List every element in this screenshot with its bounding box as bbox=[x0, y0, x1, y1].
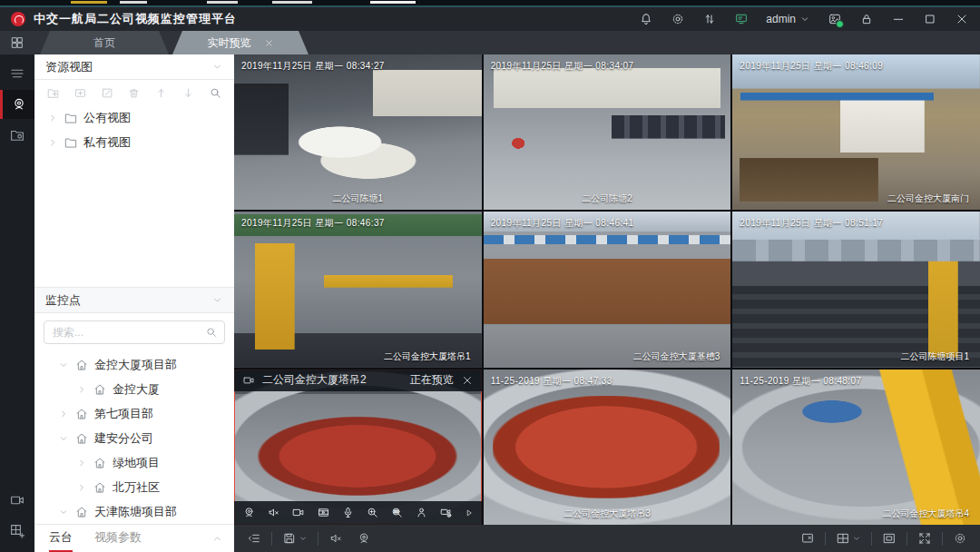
record-icon[interactable] bbox=[291, 506, 305, 519]
chevron-right-icon[interactable] bbox=[76, 384, 87, 395]
video-tile-header: 二公司金控大厦塔吊2 正在预览 bbox=[234, 370, 482, 391]
3d-zoom-icon[interactable] bbox=[390, 506, 404, 519]
home-icon bbox=[74, 358, 89, 372]
chevron-right-icon[interactable] bbox=[76, 458, 87, 468]
video-tile-5[interactable]: 2019年11月25日 星期一 08:46:41 二公司金控大厦基槽3 bbox=[484, 212, 731, 367]
chevron-down-icon bbox=[299, 534, 308, 543]
microphone-icon[interactable] bbox=[341, 506, 355, 519]
monitor-points-header[interactable]: 监控点 bbox=[34, 287, 234, 313]
user-dropdown[interactable]: admin bbox=[766, 13, 810, 25]
chevron-right-icon[interactable] bbox=[47, 137, 58, 148]
collapse-panel-icon[interactable] bbox=[247, 531, 261, 546]
rail-menu-icon[interactable] bbox=[0, 59, 34, 88]
video-tile-6[interactable]: 2019年11月25日 星期一 08:51:17 二公司陈塘项目1 bbox=[732, 212, 980, 367]
monitor-icon[interactable] bbox=[734, 12, 749, 26]
close-button[interactable] bbox=[955, 12, 969, 26]
minimize-button[interactable] bbox=[891, 12, 906, 26]
sort-arrows-icon[interactable] bbox=[702, 12, 717, 26]
tree-item[interactable]: 金控大厦 bbox=[34, 377, 234, 401]
tree-item[interactable]: 建安分公司 bbox=[34, 426, 234, 450]
tree-item[interactable]: 金控大厦项目部 bbox=[34, 352, 234, 377]
chevron-right-icon[interactable] bbox=[47, 113, 58, 123]
video-tile-2[interactable]: 2019年11月25日 星期一 08:34:07 二公司陈塘2 bbox=[484, 54, 731, 210]
chevron-down-icon[interactable] bbox=[58, 507, 69, 518]
rail-camera-icon[interactable] bbox=[0, 90, 34, 119]
bottom-toolbar bbox=[234, 525, 980, 552]
video-tile-1[interactable]: 2019年11月25日 星期一 08:34:27 二公司陈塘1 bbox=[234, 54, 482, 210]
layout-grid-button[interactable] bbox=[836, 531, 861, 546]
rail-folder-config-icon[interactable] bbox=[0, 121, 34, 150]
resource-view-header[interactable]: 资源视图 bbox=[34, 54, 234, 80]
tree-item[interactable]: 北万社区 bbox=[34, 475, 234, 499]
video-timestamp: 11-25-2019 星期一 08:48:07 bbox=[740, 375, 861, 388]
bell-icon[interactable] bbox=[639, 12, 653, 26]
settings-icon[interactable] bbox=[953, 531, 967, 546]
edit-icon[interactable] bbox=[101, 86, 114, 100]
fullscreen-icon[interactable] bbox=[917, 531, 932, 546]
tree-item-public-views[interactable]: 公有视图 bbox=[34, 105, 234, 130]
more-icon[interactable] bbox=[465, 508, 474, 518]
video-timestamp: 2019年11月25日 星期一 08:34:27 bbox=[241, 60, 385, 73]
add-view-icon[interactable] bbox=[74, 86, 87, 100]
tab-ptz[interactable]: 云台 bbox=[49, 525, 73, 552]
chevron-right-icon[interactable] bbox=[58, 409, 69, 419]
tree-item-private-views[interactable]: 私有视图 bbox=[34, 130, 234, 154]
tree-item[interactable]: 天津陈塘项目部 bbox=[34, 499, 234, 524]
tree-item[interactable]: 第七项目部 bbox=[34, 401, 234, 426]
video-tile-9[interactable]: 11-25-2019 星期一 08:48:07 二公司金控大厦塔吊4 bbox=[732, 370, 980, 525]
delete-icon[interactable] bbox=[127, 86, 141, 100]
rail-grid-add-icon[interactable] bbox=[0, 517, 34, 546]
tab-home[interactable]: 首页 bbox=[40, 31, 169, 54]
tab-live-preview[interactable]: 实时预览 bbox=[172, 31, 309, 54]
camera-icon bbox=[242, 374, 255, 387]
chevron-down-icon bbox=[799, 14, 810, 25]
home-icon bbox=[74, 431, 89, 446]
home-icon bbox=[93, 456, 107, 470]
video-timestamp: 2019年11月25日 星期一 08:46:41 bbox=[491, 217, 634, 230]
close-all-video-icon[interactable] bbox=[800, 531, 815, 546]
save-view-button[interactable] bbox=[282, 531, 308, 546]
move-down-icon[interactable] bbox=[181, 86, 195, 100]
digital-zoom-icon[interactable] bbox=[366, 506, 379, 519]
chevron-up-icon[interactable] bbox=[211, 533, 223, 545]
video-tile-toolbar bbox=[234, 501, 482, 525]
close-icon[interactable] bbox=[461, 374, 474, 387]
chevron-down-icon[interactable] bbox=[58, 360, 69, 370]
search-input[interactable] bbox=[51, 325, 205, 340]
camera-name-overlay: 二公司金控大厦塔吊1 bbox=[234, 350, 482, 363]
video-tile-7-selected[interactable]: 二公司金控大厦塔吊2 正在预览 bbox=[234, 370, 482, 525]
apps-icon[interactable] bbox=[0, 31, 34, 54]
gear-icon[interactable] bbox=[671, 12, 685, 26]
move-up-icon[interactable] bbox=[154, 86, 168, 100]
tab-video-params[interactable]: 视频参数 bbox=[94, 525, 142, 552]
camera-name-overlay: 二公司金控大厦塔吊4 bbox=[732, 508, 980, 520]
search-icon[interactable] bbox=[209, 86, 222, 100]
chevron-down-icon[interactable] bbox=[211, 61, 223, 73]
chevron-down-icon[interactable] bbox=[58, 433, 69, 444]
left-rail bbox=[0, 54, 34, 552]
instant-playback-icon[interactable] bbox=[317, 506, 330, 519]
rail-video-wall-icon[interactable] bbox=[0, 486, 34, 515]
home-icon bbox=[93, 480, 107, 495]
app-title: 中交一航局二公司视频监控管理平台 bbox=[34, 11, 237, 27]
preset-position-icon[interactable] bbox=[415, 506, 428, 519]
chevron-down-icon[interactable] bbox=[211, 294, 223, 306]
lock-icon[interactable] bbox=[859, 12, 874, 26]
mute-icon[interactable] bbox=[267, 506, 280, 519]
video-tile-8[interactable]: 11-25-2019 星期一 08:47:33 二公司金控大厦塔吊3 bbox=[484, 370, 731, 525]
video-grid: 2019年11月25日 星期一 08:34:27 二公司陈塘1 2019年11月… bbox=[234, 54, 980, 525]
maximize-button[interactable] bbox=[923, 12, 937, 26]
screenshot-avatar-icon[interactable] bbox=[828, 12, 842, 26]
single-view-icon[interactable] bbox=[882, 531, 897, 546]
chevron-right-icon[interactable] bbox=[76, 482, 87, 493]
camera-settings-icon[interactable] bbox=[439, 506, 453, 519]
tree-item[interactable]: 绿地项目 bbox=[34, 450, 234, 475]
tab-close-icon[interactable] bbox=[264, 38, 274, 48]
video-tile-3[interactable]: 2019年11月25日 星期一 08:46:09 二公司金控大厦南门 bbox=[732, 54, 980, 210]
snapshot-icon[interactable] bbox=[242, 506, 256, 519]
snapshot-icon[interactable] bbox=[357, 531, 371, 546]
add-folder-icon[interactable] bbox=[46, 86, 60, 100]
mute-all-icon[interactable] bbox=[328, 531, 343, 546]
search-icon[interactable] bbox=[205, 326, 218, 339]
video-tile-4[interactable]: 2019年11月25日 星期一 08:46:37 二公司金控大厦塔吊1 bbox=[234, 212, 482, 367]
